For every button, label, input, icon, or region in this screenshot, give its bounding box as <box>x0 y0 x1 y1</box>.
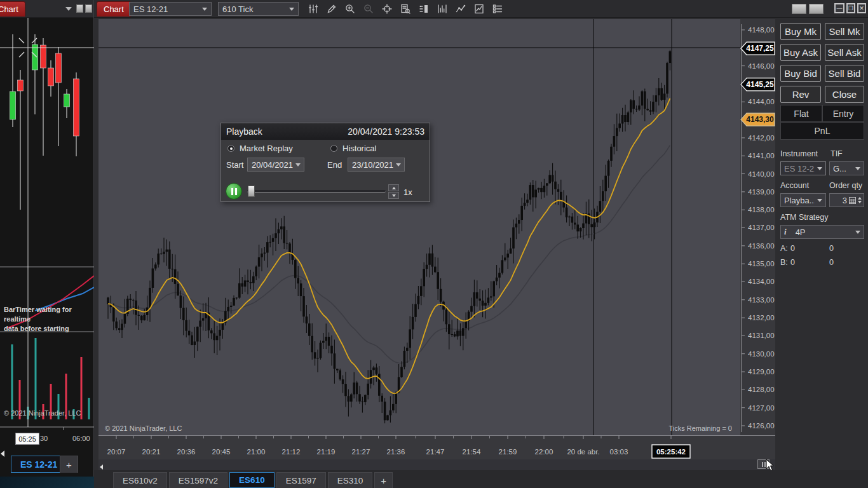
bar-type-icon[interactable] <box>434 1 451 17</box>
draw-icon[interactable] <box>323 1 340 17</box>
minimize-button[interactable]: — <box>834 3 844 13</box>
time-axis[interactable]: 20:0720:2120:3620:4521:0021:1221:1921:27… <box>98 435 775 459</box>
left-add-tab-button[interactable]: + <box>60 456 78 473</box>
sell-mk-button[interactable]: Sell Mk <box>825 23 864 40</box>
rev-button[interactable]: Rev <box>780 86 821 103</box>
time-axis-label: 21:00 <box>247 448 266 456</box>
market-replay-radio[interactable] <box>227 145 234 152</box>
historical-option[interactable]: Historical <box>330 144 376 153</box>
crosshair-sketch-mark <box>19 52 24 57</box>
zoom-in-icon[interactable] <box>342 1 358 17</box>
chevron-down-icon <box>396 163 401 166</box>
time-axis-label: 21:59 <box>499 448 517 456</box>
flat-label: Flat <box>794 109 808 119</box>
add-tab-label: + <box>66 459 72 470</box>
left-axis-label: 06:00 <box>72 435 90 442</box>
close-button[interactable]: Close <box>825 86 864 103</box>
interval-select-value: 610 Tick <box>222 4 287 14</box>
price-axis[interactable]: 4148,004147,004146,004145,004144,004143,… <box>740 19 775 435</box>
info-icon[interactable]: i <box>784 227 787 237</box>
atm-strategy-select[interactable]: i 4P <box>780 225 864 239</box>
speed-up-button[interactable] <box>388 184 399 191</box>
time-axis-label: 20 de abr. <box>567 448 599 456</box>
chevron-down-icon <box>289 8 294 11</box>
calculator-icon[interactable] <box>849 197 856 204</box>
chart-tab-es610[interactable]: ES610 <box>229 472 275 488</box>
instrument-select-value: ES 12-21 <box>133 4 200 14</box>
sell-bid-button[interactable]: Sell Bid <box>825 65 864 82</box>
interval-link-icon[interactable] <box>809 4 824 14</box>
chart-tab-es310[interactable]: ES310 <box>328 472 373 488</box>
main-copyright: © 2021 NinjaTrader, LLC <box>105 424 182 432</box>
instrument-link-icon[interactable] <box>792 4 806 14</box>
indicators-icon[interactable] <box>305 1 322 17</box>
chart-tab-es1597v2[interactable]: ES1597v2 <box>169 472 227 488</box>
bottom-tabs: ES610v2ES1597v2ES610ES1597ES310+ <box>113 472 395 488</box>
instrument-field[interactable]: ES 12-21 <box>780 161 826 175</box>
left-window-titlebar: Chart <box>0 0 93 18</box>
playback-header[interactable]: Playback 20/04/2021 9:23:53 <box>221 123 430 140</box>
chart-tab-es610v2[interactable]: ES610v2 <box>113 472 167 488</box>
line-icon[interactable] <box>452 1 469 17</box>
restore-button[interactable]: ❐ <box>846 3 855 13</box>
market-replay-option[interactable]: Market Replay <box>227 144 293 153</box>
playback-position-slider[interactable] <box>247 190 386 193</box>
price-axis-label: 4130,00 <box>748 350 775 358</box>
ticks-remaining-label: Ticks Remaining = 0 <box>668 424 732 432</box>
buy-mk-button[interactable]: Buy Mk <box>780 23 821 40</box>
left-window-tab[interactable]: Chart <box>0 1 25 17</box>
chart-tab-es1597[interactable]: ES1597 <box>276 472 326 488</box>
chevron-down-icon <box>855 167 860 170</box>
tif-label: TIF <box>831 149 843 158</box>
price-axis-label: 4144,00 <box>748 98 775 105</box>
price-axis-scale: 4148,004147,004146,004145,004144,004143,… <box>740 19 775 435</box>
main-window-titlebar: Chart ES 12-21 610 Tick — ❐ ✕ <box>94 0 868 18</box>
row-b-value1: 0 <box>790 258 795 267</box>
quantity-stepper[interactable]: 3 <box>829 193 864 207</box>
entry-button[interactable]: Entry <box>822 105 864 122</box>
data-box-icon[interactable] <box>397 1 414 17</box>
snapshot-icon[interactable] <box>471 1 487 17</box>
account-label: Account <box>780 181 809 190</box>
pause-button[interactable] <box>226 183 242 200</box>
add-chart-tab-button[interactable]: + <box>374 472 393 488</box>
svg-text:05:25:42: 05:25:42 <box>656 448 686 456</box>
tab-scroll-left-icon[interactable] <box>1 451 4 457</box>
historical-radio[interactable] <box>330 145 337 152</box>
price-axis-label: 4136,00 <box>748 242 775 250</box>
chart-trader-icon[interactable] <box>416 1 432 17</box>
instrument-value: ES 12-21 <box>784 164 815 173</box>
qty-spin-buttons[interactable] <box>858 197 862 203</box>
pnl-display[interactable]: PnL <box>780 122 864 140</box>
buy-ask-button[interactable]: Buy Ask <box>780 44 821 61</box>
buy-bid-button[interactable]: Buy Bid <box>780 65 821 82</box>
slider-handle[interactable] <box>248 186 255 197</box>
sell-ask-button[interactable]: Sell Ask <box>825 44 864 61</box>
horizontal-scrollbar[interactable] <box>98 459 775 470</box>
properties-icon[interactable] <box>489 1 506 17</box>
chevron-down-icon <box>817 167 822 170</box>
account-select[interactable]: Playba... <box>780 193 826 207</box>
start-date-select[interactable]: 20/04/2021 <box>247 158 304 172</box>
chart-plot-area[interactable] <box>98 19 740 435</box>
close-button[interactable]: ✕ <box>857 3 866 13</box>
zoom-out-icon[interactable] <box>360 1 377 17</box>
interval-select[interactable]: 610 Tick <box>218 2 299 16</box>
crosshair-icon[interactable] <box>379 1 395 17</box>
chevron-down-icon[interactable] <box>65 7 72 11</box>
speed-down-button[interactable] <box>388 192 399 199</box>
tab-scroll-left-icon[interactable] <box>100 464 103 470</box>
end-date-select[interactable]: 23/10/2021 <box>348 158 405 172</box>
price-axis-label: 4128,00 <box>748 386 775 393</box>
tif-select[interactable]: G... <box>829 161 864 175</box>
window-link-icon[interactable] <box>85 4 92 13</box>
window-link-icon[interactable] <box>76 4 83 13</box>
speed-label: 1x <box>403 187 412 197</box>
flat-button[interactable]: Flat <box>780 105 822 122</box>
main-window-tab[interactable]: Chart <box>97 1 131 17</box>
desktop-background <box>0 477 94 488</box>
start-date-value: 20/04/2021 <box>252 160 293 170</box>
instrument-select[interactable]: ES 12-21 <box>129 2 212 16</box>
time-axis-label: 20:21 <box>142 448 161 456</box>
left-bottom-tab-es12-21[interactable]: ES 12-21 <box>11 456 67 473</box>
